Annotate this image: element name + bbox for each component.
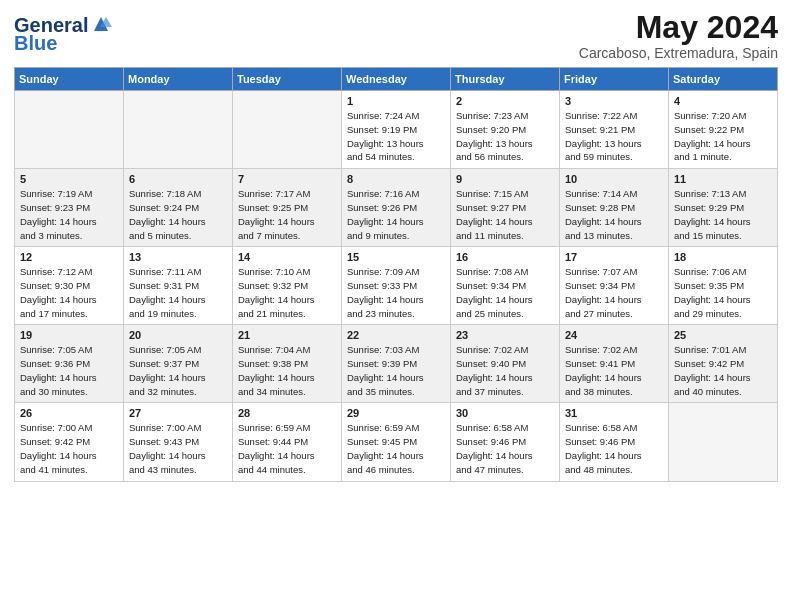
location-subtitle: Carcaboso, Extremadura, Spain xyxy=(579,45,778,61)
calendar-cell: 13Sunrise: 7:11 AMSunset: 9:31 PMDayligh… xyxy=(124,247,233,325)
calendar-cell: 31Sunrise: 6:58 AMSunset: 9:46 PMDayligh… xyxy=(560,403,669,481)
day-header-saturday: Saturday xyxy=(669,68,778,91)
calendar-cell xyxy=(233,91,342,169)
calendar-cell: 10Sunrise: 7:14 AMSunset: 9:28 PMDayligh… xyxy=(560,169,669,247)
day-number: 19 xyxy=(20,329,118,341)
day-info: Sunrise: 7:08 AMSunset: 9:34 PMDaylight:… xyxy=(456,265,554,320)
day-info: Sunrise: 7:17 AMSunset: 9:25 PMDaylight:… xyxy=(238,187,336,242)
calendar-cell: 16Sunrise: 7:08 AMSunset: 9:34 PMDayligh… xyxy=(451,247,560,325)
calendar-cell: 3Sunrise: 7:22 AMSunset: 9:21 PMDaylight… xyxy=(560,91,669,169)
day-number: 26 xyxy=(20,407,118,419)
calendar-week-1: 1Sunrise: 7:24 AMSunset: 9:19 PMDaylight… xyxy=(15,91,778,169)
day-info: Sunrise: 7:03 AMSunset: 9:39 PMDaylight:… xyxy=(347,343,445,398)
day-number: 1 xyxy=(347,95,445,107)
calendar-cell: 6Sunrise: 7:18 AMSunset: 9:24 PMDaylight… xyxy=(124,169,233,247)
calendar-cell: 20Sunrise: 7:05 AMSunset: 9:37 PMDayligh… xyxy=(124,325,233,403)
day-info: Sunrise: 7:23 AMSunset: 9:20 PMDaylight:… xyxy=(456,109,554,164)
calendar-cell: 18Sunrise: 7:06 AMSunset: 9:35 PMDayligh… xyxy=(669,247,778,325)
calendar-cell: 27Sunrise: 7:00 AMSunset: 9:43 PMDayligh… xyxy=(124,403,233,481)
day-number: 28 xyxy=(238,407,336,419)
day-number: 7 xyxy=(238,173,336,185)
day-info: Sunrise: 7:13 AMSunset: 9:29 PMDaylight:… xyxy=(674,187,772,242)
calendar-cell: 14Sunrise: 7:10 AMSunset: 9:32 PMDayligh… xyxy=(233,247,342,325)
day-info: Sunrise: 7:15 AMSunset: 9:27 PMDaylight:… xyxy=(456,187,554,242)
calendar-cell: 28Sunrise: 6:59 AMSunset: 9:44 PMDayligh… xyxy=(233,403,342,481)
calendar-cell: 25Sunrise: 7:01 AMSunset: 9:42 PMDayligh… xyxy=(669,325,778,403)
page-container: General Blue May 2024 Carcaboso, Extrema… xyxy=(0,0,792,492)
day-number: 30 xyxy=(456,407,554,419)
title-area: May 2024 Carcaboso, Extremadura, Spain xyxy=(579,10,778,61)
day-number: 16 xyxy=(456,251,554,263)
day-info: Sunrise: 7:16 AMSunset: 9:26 PMDaylight:… xyxy=(347,187,445,242)
day-number: 18 xyxy=(674,251,772,263)
logo: General Blue xyxy=(14,14,112,54)
day-info: Sunrise: 7:04 AMSunset: 9:38 PMDaylight:… xyxy=(238,343,336,398)
calendar-cell: 11Sunrise: 7:13 AMSunset: 9:29 PMDayligh… xyxy=(669,169,778,247)
calendar-cell xyxy=(124,91,233,169)
day-info: Sunrise: 7:09 AMSunset: 9:33 PMDaylight:… xyxy=(347,265,445,320)
calendar-cell: 26Sunrise: 7:00 AMSunset: 9:42 PMDayligh… xyxy=(15,403,124,481)
day-info: Sunrise: 7:18 AMSunset: 9:24 PMDaylight:… xyxy=(129,187,227,242)
day-info: Sunrise: 6:58 AMSunset: 9:46 PMDaylight:… xyxy=(565,421,663,476)
day-number: 6 xyxy=(129,173,227,185)
day-info: Sunrise: 7:24 AMSunset: 9:19 PMDaylight:… xyxy=(347,109,445,164)
day-number: 17 xyxy=(565,251,663,263)
day-header-friday: Friday xyxy=(560,68,669,91)
day-number: 22 xyxy=(347,329,445,341)
day-number: 23 xyxy=(456,329,554,341)
day-info: Sunrise: 7:05 AMSunset: 9:37 PMDaylight:… xyxy=(129,343,227,398)
day-info: Sunrise: 7:19 AMSunset: 9:23 PMDaylight:… xyxy=(20,187,118,242)
day-info: Sunrise: 6:58 AMSunset: 9:46 PMDaylight:… xyxy=(456,421,554,476)
logo-icon xyxy=(90,13,112,35)
calendar-week-3: 12Sunrise: 7:12 AMSunset: 9:30 PMDayligh… xyxy=(15,247,778,325)
day-number: 3 xyxy=(565,95,663,107)
day-number: 13 xyxy=(129,251,227,263)
day-info: Sunrise: 6:59 AMSunset: 9:45 PMDaylight:… xyxy=(347,421,445,476)
day-info: Sunrise: 7:11 AMSunset: 9:31 PMDaylight:… xyxy=(129,265,227,320)
calendar-cell: 23Sunrise: 7:02 AMSunset: 9:40 PMDayligh… xyxy=(451,325,560,403)
day-info: Sunrise: 7:07 AMSunset: 9:34 PMDaylight:… xyxy=(565,265,663,320)
day-header-row: SundayMondayTuesdayWednesdayThursdayFrid… xyxy=(15,68,778,91)
day-number: 12 xyxy=(20,251,118,263)
calendar-cell: 2Sunrise: 7:23 AMSunset: 9:20 PMDaylight… xyxy=(451,91,560,169)
calendar-cell: 4Sunrise: 7:20 AMSunset: 9:22 PMDaylight… xyxy=(669,91,778,169)
calendar-cell: 9Sunrise: 7:15 AMSunset: 9:27 PMDaylight… xyxy=(451,169,560,247)
day-info: Sunrise: 7:22 AMSunset: 9:21 PMDaylight:… xyxy=(565,109,663,164)
day-number: 29 xyxy=(347,407,445,419)
calendar-cell: 21Sunrise: 7:04 AMSunset: 9:38 PMDayligh… xyxy=(233,325,342,403)
day-header-wednesday: Wednesday xyxy=(342,68,451,91)
day-info: Sunrise: 7:00 AMSunset: 9:43 PMDaylight:… xyxy=(129,421,227,476)
calendar-week-2: 5Sunrise: 7:19 AMSunset: 9:23 PMDaylight… xyxy=(15,169,778,247)
month-title: May 2024 xyxy=(579,10,778,45)
calendar-cell: 29Sunrise: 6:59 AMSunset: 9:45 PMDayligh… xyxy=(342,403,451,481)
calendar-cell: 5Sunrise: 7:19 AMSunset: 9:23 PMDaylight… xyxy=(15,169,124,247)
calendar-cell: 17Sunrise: 7:07 AMSunset: 9:34 PMDayligh… xyxy=(560,247,669,325)
calendar-cell: 7Sunrise: 7:17 AMSunset: 9:25 PMDaylight… xyxy=(233,169,342,247)
day-info: Sunrise: 7:02 AMSunset: 9:40 PMDaylight:… xyxy=(456,343,554,398)
day-info: Sunrise: 7:00 AMSunset: 9:42 PMDaylight:… xyxy=(20,421,118,476)
day-info: Sunrise: 7:10 AMSunset: 9:32 PMDaylight:… xyxy=(238,265,336,320)
logo-blue-text: Blue xyxy=(14,32,57,54)
calendar-cell: 15Sunrise: 7:09 AMSunset: 9:33 PMDayligh… xyxy=(342,247,451,325)
calendar-cell: 22Sunrise: 7:03 AMSunset: 9:39 PMDayligh… xyxy=(342,325,451,403)
day-number: 21 xyxy=(238,329,336,341)
day-number: 20 xyxy=(129,329,227,341)
day-header-sunday: Sunday xyxy=(15,68,124,91)
day-number: 11 xyxy=(674,173,772,185)
day-header-thursday: Thursday xyxy=(451,68,560,91)
calendar-week-4: 19Sunrise: 7:05 AMSunset: 9:36 PMDayligh… xyxy=(15,325,778,403)
day-number: 2 xyxy=(456,95,554,107)
day-number: 25 xyxy=(674,329,772,341)
day-info: Sunrise: 7:02 AMSunset: 9:41 PMDaylight:… xyxy=(565,343,663,398)
calendar-cell: 30Sunrise: 6:58 AMSunset: 9:46 PMDayligh… xyxy=(451,403,560,481)
day-number: 10 xyxy=(565,173,663,185)
day-number: 14 xyxy=(238,251,336,263)
day-number: 15 xyxy=(347,251,445,263)
day-info: Sunrise: 7:14 AMSunset: 9:28 PMDaylight:… xyxy=(565,187,663,242)
day-info: Sunrise: 7:20 AMSunset: 9:22 PMDaylight:… xyxy=(674,109,772,164)
day-number: 31 xyxy=(565,407,663,419)
calendar-week-5: 26Sunrise: 7:00 AMSunset: 9:42 PMDayligh… xyxy=(15,403,778,481)
day-number: 27 xyxy=(129,407,227,419)
calendar-cell: 19Sunrise: 7:05 AMSunset: 9:36 PMDayligh… xyxy=(15,325,124,403)
day-info: Sunrise: 7:06 AMSunset: 9:35 PMDaylight:… xyxy=(674,265,772,320)
